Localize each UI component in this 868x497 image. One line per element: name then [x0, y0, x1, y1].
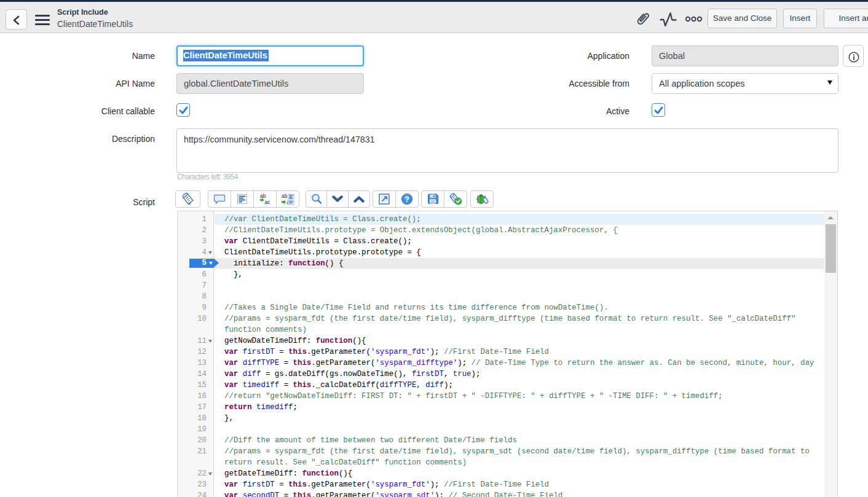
- svg-text:?: ?: [404, 195, 409, 204]
- svg-text:ac: ac: [265, 199, 271, 205]
- svg-text:ab: ab: [260, 193, 266, 199]
- svg-text:ab: ab: [282, 193, 288, 199]
